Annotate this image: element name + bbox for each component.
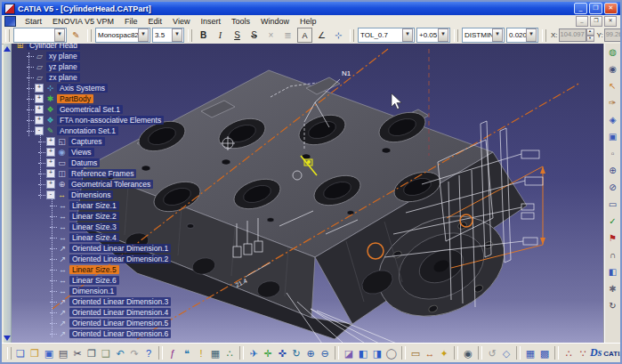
catalog-2-icon[interactable]: ∵	[576, 346, 590, 360]
chat-icon[interactable]: ❝	[180, 346, 194, 360]
paste-icon[interactable]: ❑	[99, 346, 113, 360]
menu-edit[interactable]: Edit	[143, 17, 168, 26]
tree-expander[interactable]: +	[35, 105, 44, 114]
menu-insert[interactable]: Insert	[195, 17, 226, 26]
tree-expander[interactable]: -	[46, 190, 55, 199]
scroll-up-icon[interactable]	[4, 46, 11, 52]
tree-label[interactable]: Oriented Linear Dimension.3	[69, 297, 171, 306]
chevron-down-icon[interactable]: ▼	[438, 28, 448, 42]
framed-text-button[interactable]: A	[297, 28, 312, 43]
menu-help[interactable]: Help	[295, 17, 322, 26]
tree-label[interactable]: Geometrical Set.1	[57, 105, 123, 114]
annotate-pen-icon[interactable]: ✑	[606, 96, 619, 109]
catalog-1-icon[interactable]: ∴	[561, 346, 576, 360]
table-grid-icon[interactable]: ▦	[208, 346, 222, 360]
precision-combo[interactable]: 0.020 ▼	[506, 28, 538, 43]
tree-label[interactable]: Linear Size.1	[69, 201, 119, 210]
tree-expander[interactable]: +	[46, 137, 55, 146]
tree-label[interactable]: Oriented Linear Dimension.6	[69, 329, 171, 338]
chevron-down-icon[interactable]: ▼	[54, 28, 65, 42]
anchor-point-button[interactable]: ⊹	[331, 28, 346, 43]
update-icon[interactable]: ↺	[485, 346, 499, 360]
tree-label[interactable]: Annotation Set.1	[57, 126, 118, 135]
menu-file[interactable]: File	[119, 17, 143, 26]
tree-expander[interactable]: -	[35, 126, 44, 135]
grid-snap-icon[interactable]: ▩	[537, 346, 552, 360]
datum-frame-icon[interactable]: ▭	[606, 198, 619, 211]
shaded-view-icon[interactable]: ◨	[370, 346, 384, 360]
world-icon[interactable]: ◍	[606, 45, 619, 59]
toolbar-grip[interactable]	[454, 29, 458, 42]
tree-expander[interactable]: +	[35, 116, 44, 125]
isometric-view-icon[interactable]: ◧	[356, 346, 370, 360]
tree-label[interactable]: Cylinder Head	[27, 44, 80, 50]
align-button[interactable]: ≣	[280, 28, 295, 43]
tree-expander[interactable]: +	[46, 180, 55, 189]
tree-label[interactable]: xy plane	[46, 52, 80, 61]
tree-label[interactable]: yz plane	[46, 62, 80, 71]
c-rotate-icon[interactable]: ↻	[606, 299, 619, 312]
chevron-down-icon[interactable]: ▼	[526, 28, 537, 42]
dashed-frame-icon[interactable]: ▫	[606, 147, 619, 160]
fly-mode-icon[interactable]: ✈	[246, 346, 261, 360]
tree-label[interactable]: Oriented Linear Dimension.2	[69, 255, 171, 263]
measure-lock-icon[interactable]: ✦	[437, 346, 451, 360]
chevron-down-icon[interactable]: ▼	[492, 28, 503, 42]
toolbar-grip[interactable]	[5, 29, 10, 42]
shaded-cube-icon[interactable]: ▣	[606, 130, 619, 143]
redo-icon[interactable]: ↷	[127, 346, 141, 360]
zoom-in-icon[interactable]: ⊕	[303, 346, 318, 360]
menu-enovia-v5-vpm[interactable]: ENOVIA V5 VPM	[47, 17, 119, 26]
tree-label[interactable]: Dimension.1	[69, 287, 117, 295]
zoom-out-icon[interactable]: ⊖	[318, 346, 332, 360]
tree-expander[interactable]: +	[46, 169, 55, 178]
tree-label[interactable]: Axis Systems	[57, 84, 108, 93]
format-brush-icon[interactable]: ✎	[69, 28, 84, 43]
text-angle-button[interactable]: ∠	[314, 28, 329, 43]
menu-window[interactable]: Window	[255, 17, 295, 26]
n1-annotation[interactable]: N1	[342, 69, 351, 77]
title-bar[interactable]: CATIA V5 - [CylinderHead.CATPart] _❐✕	[2, 2, 620, 15]
capture-icon[interactable]: ◉	[606, 62, 619, 76]
tree-label[interactable]: zx plane	[46, 73, 80, 82]
chevron-down-icon[interactable]: ▼	[402, 28, 413, 42]
tree-label[interactable]: Linear Size.4	[69, 233, 119, 242]
dimension-scheme-combo[interactable]: DISTMIN ▼	[462, 28, 505, 43]
tree-label[interactable]: Oriented Linear Dimension.1	[69, 244, 171, 253]
help-whats-this-icon[interactable]: ?	[141, 346, 156, 360]
spec-tree[interactable]: ⊞Cylinder Head▱xy plane▱yz plane▱zx plan…	[12, 44, 216, 345]
tree-label[interactable]: Oriented Linear Dimension.4	[69, 308, 171, 317]
new-document-icon[interactable]: ❏	[13, 346, 28, 360]
toolbar-grip[interactable]	[350, 29, 354, 42]
menu-view[interactable]: View	[167, 17, 195, 26]
x-spinner[interactable]: ▲▼	[586, 28, 594, 42]
tree-label[interactable]: Views	[69, 148, 94, 157]
diameter-icon[interactable]: ⊘	[606, 181, 619, 194]
3d-viewport[interactable]: N1 21.4 ⊞Cylinder Head▱xy plane▱yz plane…	[4, 44, 605, 345]
italic-button[interactable]: I	[213, 28, 228, 43]
prism-view-icon[interactable]: ◈	[606, 113, 619, 126]
save-icon[interactable]: ▣	[42, 346, 56, 360]
mdi-minimize-button[interactable]: _	[576, 16, 588, 27]
tree-expander[interactable]: +	[46, 158, 55, 167]
open-folder-icon[interactable]: ❒	[28, 346, 42, 360]
copy-icon[interactable]: ❐	[85, 346, 99, 360]
tree-label[interactable]: FTA non-associative Elements	[57, 116, 164, 125]
formula-icon[interactable]: ƒ	[166, 346, 180, 360]
chevron-down-icon[interactable]: ▼	[172, 28, 182, 42]
tree-label[interactable]: Datums	[69, 158, 100, 167]
arc-tool-icon[interactable]: ∩	[606, 248, 619, 262]
wireframe-view-icon[interactable]: ◯	[384, 346, 399, 360]
camera-capture-icon[interactable]: ◉	[461, 346, 475, 360]
strikethrough-button[interactable]: S	[246, 28, 262, 43]
tree-expander[interactable]: +	[35, 84, 44, 93]
tree-label[interactable]: Linear Size.6	[69, 276, 119, 285]
superscript-button[interactable]: ×	[263, 28, 279, 43]
tree-label[interactable]: Linear Size.5	[69, 265, 119, 274]
mdi-restore-button[interactable]: ❐	[590, 16, 602, 27]
restore-button[interactable]: ❐	[589, 3, 602, 14]
normal-view-icon[interactable]: ◪	[342, 346, 356, 360]
tree-expander[interactable]: +	[35, 94, 44, 103]
menu-tools[interactable]: Tools	[226, 17, 255, 26]
scroll-down-icon[interactable]	[4, 336, 11, 341]
